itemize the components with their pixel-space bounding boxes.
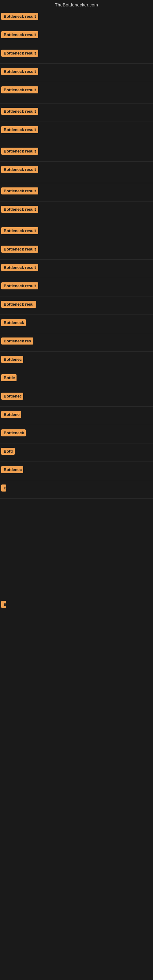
bottleneck-result-item[interactable]: Bottleneck result <box>1 227 38 235</box>
bottleneck-badge: Bottl <box>1 448 15 455</box>
bottleneck-result-item[interactable]: Bottleneck result <box>1 206 38 214</box>
bottleneck-badge: Bottle <box>1 374 16 381</box>
bottleneck-badge: Bottleneck result <box>1 188 38 194</box>
bottleneck-result-item[interactable]: Bottleneck result <box>1 166 38 174</box>
list-item: Bottleneck result <box>0 278 153 296</box>
list-item: B <box>0 597 153 615</box>
list-item: Bottleneck result <box>0 122 153 143</box>
bottleneck-result-item[interactable]: Bottlenec <box>1 393 23 401</box>
bottleneck-result-item[interactable]: Bottlenec <box>1 356 23 364</box>
list-item: Bottleneck resu <box>0 296 153 315</box>
bottleneck-result-item[interactable]: Bottl <box>1 448 15 456</box>
bottleneck-result-item[interactable]: Bottleneck result <box>1 148 38 156</box>
list-item: Bottleneck result <box>0 162 153 183</box>
bottleneck-result-item[interactable]: Bottleneck result <box>1 31 38 40</box>
list-item <box>0 713 153 737</box>
bottleneck-badge: Bottleneck result <box>1 148 38 155</box>
bottleneck-badge: Bottleneck res <box>1 337 33 345</box>
bottleneck-result-item[interactable]: Bottleneck result <box>1 108 38 116</box>
list-item: Bottleneck result <box>0 27 153 45</box>
list-item: Bottlenec <box>0 462 153 480</box>
bottleneck-result-item[interactable]: Bottleneck <box>1 319 26 328</box>
list-item: Bottleneck result <box>0 103 153 122</box>
list-item: Bottl <box>0 444 153 462</box>
bottleneck-result-item[interactable]: Bottlenec <box>1 466 23 474</box>
list-item <box>0 499 153 523</box>
list-item: Bottleneck result <box>0 9 153 27</box>
list-item: Bottleneck <box>0 425 153 444</box>
bottleneck-badge: Bottleneck resu <box>1 301 36 308</box>
list-item: Bottlenec <box>0 352 153 370</box>
bottleneck-result-item[interactable]: Bottle <box>1 374 16 382</box>
bottleneck-badge: Bottlene <box>1 411 21 418</box>
bottleneck-badge: Bottleneck result <box>1 227 38 234</box>
bottleneck-result-item[interactable]: Bottleneck result <box>1 49 38 58</box>
bottleneck-badge: Bottlenec <box>1 393 23 400</box>
list-item: Bottleneck result <box>0 82 153 103</box>
bottleneck-result-item[interactable]: Bottlene <box>1 411 21 419</box>
list-item <box>0 689 153 713</box>
bottleneck-badge: Bottleneck <box>1 430 26 436</box>
bottleneck-badge: Bottleneck result <box>1 49 38 57</box>
list-item <box>0 664 153 689</box>
list-item: Bottleneck result <box>0 260 153 278</box>
list-item: Bottleneck result <box>0 202 153 223</box>
bottleneck-badge: B <box>1 485 6 492</box>
bottleneck-badge: Bottleneck result <box>1 31 38 38</box>
list-item: Bottlenec <box>0 388 153 407</box>
bottleneck-result-item[interactable]: B <box>1 601 6 609</box>
bottleneck-badge: Bottleneck result <box>1 68 38 75</box>
bottleneck-result-item[interactable]: Bottleneck result <box>1 68 38 76</box>
bottleneck-badge: Bottleneck result <box>1 206 38 213</box>
list-item: Bottleneck result <box>0 223 153 241</box>
list-item: B <box>0 480 153 499</box>
bottleneck-result-item[interactable]: Bottleneck result <box>1 188 38 196</box>
bottleneck-result-item[interactable]: Bottleneck result <box>1 246 38 254</box>
page-container: TheBottlenecker.com Bottleneck resultBot… <box>0 0 153 786</box>
bottleneck-result-item[interactable]: Bottleneck result <box>1 282 38 291</box>
bottleneck-badge: Bottleneck result <box>1 126 38 133</box>
list-item <box>0 547 153 572</box>
bottleneck-badge: Bottleneck result <box>1 246 38 253</box>
list-item: Bottleneck result <box>0 64 153 82</box>
bottleneck-result-item[interactable]: Bottleneck result <box>1 264 38 272</box>
bottleneck-badge: B <box>1 601 6 608</box>
bottleneck-result-item[interactable]: Bottleneck resu <box>1 301 36 309</box>
site-header: TheBottlenecker.com <box>0 0 153 9</box>
bottleneck-badge: Bottlenec <box>1 356 23 363</box>
list-item <box>0 737 153 762</box>
list-item: Bottleneck result <box>0 183 153 202</box>
list-item <box>0 572 153 597</box>
list-item: Bottleneck result <box>0 45 153 64</box>
bottleneck-result-item[interactable]: Bottleneck res <box>1 337 33 346</box>
bottleneck-badge: Bottleneck result <box>1 166 38 173</box>
list-item: Bottle <box>0 370 153 388</box>
bottleneck-result-item[interactable]: Bottleneck result <box>1 86 38 95</box>
list-item: Bottleneck result <box>0 241 153 260</box>
list-item: Bottleneck result <box>0 143 153 162</box>
bottleneck-badge: Bottleneck result <box>1 108 38 115</box>
bottleneck-badge: Bottleneck result <box>1 264 38 271</box>
list-item <box>0 523 153 547</box>
bottleneck-badge: Bottleneck result <box>1 282 38 290</box>
list-item: Bottlene <box>0 407 153 425</box>
bottleneck-badge: Bottlenec <box>1 466 23 473</box>
list-item <box>0 615 153 640</box>
bottleneck-result-item[interactable]: B <box>1 485 6 493</box>
list-item: Bottleneck <box>0 315 153 333</box>
bottleneck-result-item[interactable]: Bottleneck result <box>1 126 38 134</box>
list-item <box>0 762 153 786</box>
bottleneck-result-item[interactable]: Bottleneck <box>1 430 26 438</box>
items-list: Bottleneck resultBottleneck resultBottle… <box>0 9 153 786</box>
bottleneck-result-item[interactable]: Bottleneck result <box>1 13 38 21</box>
list-item <box>0 640 153 664</box>
bottleneck-badge: Bottleneck <box>1 319 26 326</box>
list-item: Bottleneck res <box>0 333 153 352</box>
bottleneck-badge: Bottleneck result <box>1 86 38 94</box>
bottleneck-badge: Bottleneck result <box>1 13 38 20</box>
